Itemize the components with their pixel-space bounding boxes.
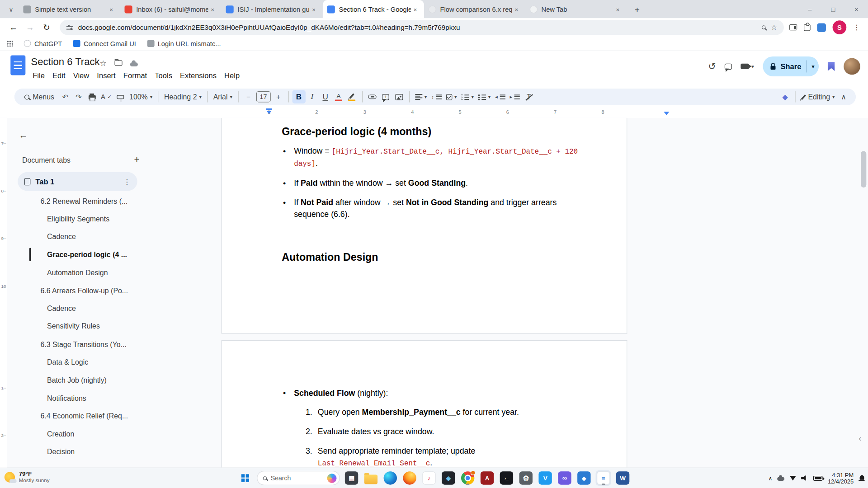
notification-bell-icon[interactable] xyxy=(859,475,864,481)
menus-search-button[interactable]: Menus xyxy=(20,90,59,103)
apps-grid-icon[interactable] xyxy=(7,40,13,46)
firefox-icon[interactable] xyxy=(402,470,417,486)
decrease-font-button[interactable]: − xyxy=(242,90,255,103)
gemini-icon[interactable]: ◆ xyxy=(778,90,792,103)
menu-extensions[interactable]: Extensions xyxy=(176,70,221,81)
account-avatar[interactable] xyxy=(844,58,860,75)
browser-tab[interactable]: New Tab × xyxy=(525,0,627,18)
sidebar-tab-1[interactable]: Tab 1 ⋮ xyxy=(18,172,137,191)
lens-search-icon[interactable] xyxy=(762,25,766,29)
insert-link-button[interactable] xyxy=(366,90,379,103)
tab-close-icon[interactable]: × xyxy=(107,5,116,14)
bulleted-list-button[interactable]: ▾ xyxy=(459,90,476,103)
bookmark-star-icon[interactable]: ☆ xyxy=(771,23,777,31)
underline-button[interactable]: U xyxy=(319,90,332,103)
tab-close-icon[interactable]: × xyxy=(309,5,318,14)
onedrive-icon[interactable] xyxy=(778,477,785,481)
outline-item[interactable]: 6.4 Economic Relief (Req... xyxy=(18,407,157,425)
chevron-up-icon[interactable]: ∧ xyxy=(769,475,773,481)
insert-image-button[interactable] xyxy=(392,90,406,103)
word-icon[interactable]: W xyxy=(615,470,630,486)
bookmark-item[interactable]: ChatGPT xyxy=(24,40,62,47)
tab-close-icon[interactable]: × xyxy=(512,5,521,14)
back-button[interactable]: ← xyxy=(5,19,21,35)
outline-item[interactable]: Batch Job (nightly) xyxy=(18,371,157,389)
outline-item[interactable]: Cadence xyxy=(18,228,157,246)
menu-insert[interactable]: Insert xyxy=(93,70,119,81)
menu-format[interactable]: Format xyxy=(119,70,151,81)
menu-tools[interactable]: Tools xyxy=(151,70,176,81)
outline-item[interactable]: Eligibility Segments xyxy=(18,210,157,228)
line-spacing-button[interactable]: ↕ xyxy=(429,90,443,103)
star-document-icon[interactable]: ☆ xyxy=(99,59,106,68)
docs-logo-icon[interactable] xyxy=(10,55,25,75)
outline-item[interactable]: 6.2 Renewal Reminders (... xyxy=(18,192,157,210)
outline-item[interactable]: Data & Logic xyxy=(18,353,157,371)
font-select[interactable]: Arial▾ xyxy=(211,90,235,103)
comments-icon[interactable] xyxy=(725,63,732,69)
browser-tab[interactable]: Flow comparison 6.x requireme... × xyxy=(424,0,525,18)
document-page[interactable]: Scheduled Flow (nightly): 1.Query open M… xyxy=(222,340,627,468)
settings-icon[interactable]: ⚙ xyxy=(518,470,533,486)
browser-tab[interactable]: Inbox (6) - saiful@momentum... × xyxy=(120,0,222,18)
highlight-color-button[interactable] xyxy=(345,90,359,103)
task-view-icon[interactable]: ▦ xyxy=(344,470,359,486)
right-indent-marker[interactable] xyxy=(664,112,669,115)
browser-menu-icon[interactable]: ⋮ xyxy=(853,23,860,31)
maximize-button[interactable]: □ xyxy=(821,0,844,18)
edge-icon[interactable] xyxy=(382,470,398,486)
share-dropdown-icon[interactable]: ▾ xyxy=(812,64,815,69)
menu-help[interactable]: Help xyxy=(221,70,244,81)
zoom-select[interactable]: 100%▾ xyxy=(127,90,155,103)
document-title[interactable]: Section 6 Track xyxy=(31,56,100,68)
forward-button[interactable]: → xyxy=(22,19,38,35)
font-size-input[interactable]: 17 xyxy=(256,91,271,102)
document-page[interactable]: Grace-period logic (4 months) Window = [… xyxy=(222,118,627,334)
blue-diamond-app-icon[interactable]: ◆ xyxy=(576,470,592,486)
minimize-button[interactable]: – xyxy=(798,0,821,18)
file-explorer-icon[interactable] xyxy=(363,470,378,486)
spellcheck-button[interactable]: A✓ xyxy=(99,90,114,103)
meet-video-icon[interactable]: ▾ xyxy=(741,64,754,69)
editing-mode-select[interactable]: Editing▾ xyxy=(799,90,837,103)
pinned-extension-icon[interactable] xyxy=(817,23,826,32)
left-indent-marker[interactable] xyxy=(266,108,272,114)
undo-button[interactable]: ↶ xyxy=(59,90,72,103)
taskbar-search-input[interactable]: Search xyxy=(257,471,340,485)
increase-indent-button[interactable]: ▸ xyxy=(508,90,522,103)
reload-button[interactable]: ↻ xyxy=(39,19,54,35)
chevron-left-icon[interactable]: ‹ xyxy=(859,433,861,443)
tab-close-icon[interactable]: × xyxy=(411,5,420,14)
close-button[interactable]: × xyxy=(845,0,868,18)
terminal-icon[interactable]: ›_ xyxy=(499,470,514,486)
vscode-icon[interactable]: V xyxy=(538,470,553,486)
text-color-button[interactable]: A xyxy=(332,90,345,103)
media-app-icon[interactable]: ♪ xyxy=(421,470,437,486)
adobe-app-icon[interactable]: A xyxy=(479,470,495,486)
profile-avatar[interactable]: S xyxy=(833,20,847,34)
outline-item[interactable]: Cadence xyxy=(18,300,157,318)
address-bar[interactable]: docs.google.com/document/d/1jkdXn2EE3q0X… xyxy=(60,20,784,35)
start-button[interactable] xyxy=(237,470,253,486)
tab-close-icon[interactable]: × xyxy=(613,5,623,14)
version-history-icon[interactable]: ↺ xyxy=(708,61,716,72)
browser-tab-active[interactable]: Section 6 Track - Google Docs × xyxy=(323,0,424,18)
notes-app-icon[interactable]: ≡ xyxy=(596,470,611,486)
outline-item[interactable]: Creation xyxy=(18,425,157,443)
new-tab-button[interactable]: + xyxy=(630,2,644,17)
collapse-toolbar-icon[interactable]: ∧ xyxy=(837,90,850,103)
menu-edit[interactable]: Edit xyxy=(48,70,69,81)
outline-item-active[interactable]: Grace-period logic (4 ... xyxy=(18,246,157,264)
decrease-indent-button[interactable]: ◂ xyxy=(493,90,507,103)
add-tab-button[interactable]: + xyxy=(134,155,139,165)
browser-tab[interactable]: ISIJ - Implementation guide - × xyxy=(222,0,323,18)
book mark-item[interactable]: Connect Gmail UI xyxy=(73,40,136,47)
italic-button[interactable]: I xyxy=(306,90,319,103)
back-arrow-button[interactable]: ← xyxy=(15,128,31,143)
side-panel-icon[interactable] xyxy=(789,24,797,30)
outline-item[interactable]: Notifications xyxy=(18,389,157,407)
bold-button[interactable]: B xyxy=(292,90,305,103)
redo-button[interactable]: ↷ xyxy=(72,90,85,103)
chrome-icon[interactable] xyxy=(460,470,476,486)
tab-search-icon[interactable]: ∨ xyxy=(5,3,18,16)
